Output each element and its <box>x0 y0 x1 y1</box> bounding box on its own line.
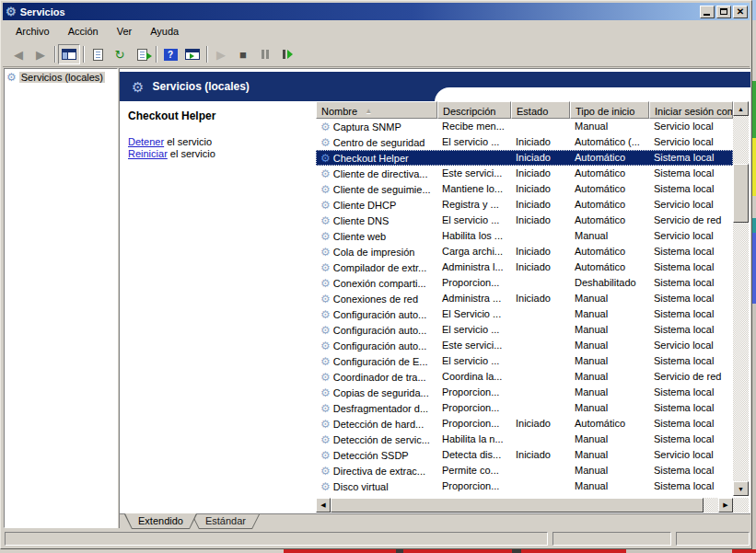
properties-button[interactable] <box>87 44 109 64</box>
service-gear-icon: ⚙ <box>320 481 331 492</box>
horizontal-scroll-thumb[interactable] <box>331 498 704 513</box>
logon_as-cell: Servicio local <box>649 338 733 353</box>
menu-archivo[interactable]: Archivo <box>6 23 59 40</box>
column-header-descripci-n[interactable]: Descripción <box>437 101 511 119</box>
scroll-up-button[interactable]: ▲ <box>733 101 749 116</box>
service-name: Configuración auto... <box>333 325 427 336</box>
table-row[interactable]: ⚙Copias de segurida...Proporcion...Manua… <box>316 385 733 400</box>
minimize-button[interactable] <box>700 6 715 18</box>
table-row[interactable]: ⚙Centro de seguridadEl servicio ...Inici… <box>316 134 733 150</box>
service-name-cell: ⚙Configuración auto... <box>316 338 437 353</box>
service-gear-icon: ⚙ <box>320 215 331 226</box>
description-cell: El servicio ... <box>437 213 511 228</box>
vertical-scroll-thumb[interactable] <box>733 164 749 223</box>
bleed-segment <box>626 549 732 553</box>
startup_type-cell: Automático (... <box>570 134 649 150</box>
refresh-button[interactable]: ↻ <box>109 44 131 64</box>
bleed-segment <box>732 549 756 553</box>
logon_as-cell: Sistema local <box>649 275 733 291</box>
description-cell: Proporcion... <box>437 478 511 494</box>
console-tree-panel: ⚙ Servicios (locales) <box>4 68 118 528</box>
column-header-nombre[interactable]: Nombre▲ <box>316 101 437 119</box>
vertical-scrollbar[interactable]: ▲ ▼ <box>733 101 749 496</box>
service-name-cell: ⚙Disco virtual <box>316 478 437 494</box>
start-service-button[interactable]: ▶ <box>210 44 232 64</box>
table-row[interactable]: ⚙Checkout HelperIniciadoAutomáticoSistem… <box>316 150 733 166</box>
column-header-estado[interactable]: Estado <box>511 101 570 119</box>
column-header-iniciar-sesi-n-como[interactable]: Iniciar sesión como <box>649 101 733 119</box>
table-row[interactable]: ⚙Disco virtualProporcion...ManualSistema… <box>316 478 733 494</box>
service-name-cell: ⚙Detección de hard... <box>316 416 437 432</box>
table-row[interactable]: ⚙Conexión comparti...Proporcion...Deshab… <box>316 275 733 291</box>
tab-extendido[interactable]: Extendido <box>124 514 197 529</box>
status-cell: Iniciado <box>511 291 570 306</box>
service-name: Detección de servic... <box>333 434 430 445</box>
table-row[interactable]: ⚙Captura SNMPRecibe men...ManualServicio… <box>316 119 733 134</box>
status-cell: Iniciado <box>511 244 570 259</box>
table-row[interactable]: ⚙Configuración auto...El servicio ...Man… <box>316 322 733 338</box>
service-name-cell: ⚙Detección de servic... <box>316 432 437 447</box>
help-button[interactable]: ? <box>159 44 181 64</box>
stop-service-button[interactable]: ■ <box>232 44 254 64</box>
titlebar[interactable]: ⚙ Servicios ✕ <box>3 3 750 20</box>
table-row[interactable]: ⚙Configuración auto...Este servici...Man… <box>316 338 733 353</box>
restart-service-button[interactable] <box>276 44 298 64</box>
export-list-button[interactable] <box>131 44 153 64</box>
forward-button[interactable]: ▶ <box>29 44 52 64</box>
scroll-left-button[interactable]: ◀ <box>316 498 331 513</box>
table-row[interactable]: ⚙Compilador de extr...Administra l...Ini… <box>316 259 733 275</box>
link-detener[interactable]: Detener <box>128 136 164 147</box>
menu-ayuda[interactable]: Ayuda <box>141 23 188 40</box>
gear-icon: ⚙ <box>6 72 17 83</box>
extended-view-button[interactable] <box>181 44 204 64</box>
app-gear-icon: ⚙ <box>6 6 17 17</box>
table-row[interactable]: ⚙Cliente de seguimie...Mantiene lo...Ini… <box>316 181 733 197</box>
service-gear-icon: ⚙ <box>320 340 331 351</box>
show-console-tree-icon <box>62 49 76 60</box>
menu-ver[interactable]: Ver <box>108 23 142 40</box>
table-row[interactable]: ⚙Cola de impresiónCarga archi...Iniciado… <box>316 244 733 259</box>
service-name: Cliente de directiva... <box>333 168 428 179</box>
status-cell <box>511 400 570 416</box>
scroll-right-button[interactable]: ▶ <box>718 498 733 513</box>
table-row[interactable]: ⚙Conexiones de redAdministra ...Iniciado… <box>316 291 733 306</box>
show-console-tree-button[interactable] <box>58 44 80 64</box>
maximize-button[interactable] <box>716 6 731 18</box>
status-cell: Iniciado <box>511 416 570 432</box>
logon_as-cell: Servicio local <box>649 134 733 150</box>
table-row[interactable]: ⚙Detección de servic...Habilita la n...M… <box>316 432 733 447</box>
table-row[interactable]: ⚙Cliente DHCPRegistra y ...IniciadoAutom… <box>316 197 733 213</box>
service-name: Cliente DNS <box>333 215 390 226</box>
column-header-label: Estado <box>517 106 548 117</box>
menu-acci-n[interactable]: Acción <box>59 23 108 40</box>
table-row[interactable]: ⚙Cliente de directiva...Este servici...I… <box>316 166 733 181</box>
table-row[interactable]: ⚙Detección SSDPDetecta dis...IniciadoMan… <box>316 447 733 463</box>
logon_as-cell: Sistema local <box>649 385 733 400</box>
tab-est-ndar[interactable]: Estándar <box>192 514 260 529</box>
back-button[interactable]: ◀ <box>7 44 29 64</box>
scroll-down-button[interactable]: ▼ <box>733 481 749 496</box>
service-name: Checkout Helper <box>333 153 409 164</box>
services-list: ⚙Captura SNMPRecibe men...ManualServicio… <box>316 119 733 495</box>
table-row[interactable]: ⚙Configuración auto...El Servicio ...Man… <box>316 306 733 322</box>
logon_as-cell: Sistema local <box>649 181 733 197</box>
table-row[interactable]: ⚙Coordinador de tra...Coordina la...Manu… <box>316 369 733 385</box>
service-name: Configuración de E... <box>333 356 428 367</box>
column-header-tipo-de-inicio[interactable]: Tipo de inicio <box>570 101 649 119</box>
table-row[interactable]: ⚙Cliente DNSEl servicio ...IniciadoAutom… <box>316 213 733 228</box>
status-cell <box>511 463 570 478</box>
table-row[interactable]: ⚙Desfragmentador d...Proporcion...Manual… <box>316 400 733 416</box>
statusbar <box>4 529 750 547</box>
close-button[interactable]: ✕ <box>733 6 748 18</box>
link-reiniciar[interactable]: Reiniciar <box>128 148 168 159</box>
pause-service-button[interactable] <box>254 44 276 64</box>
horizontal-scrollbar[interactable]: ◀ ▶ <box>316 498 733 513</box>
table-row[interactable]: ⚙Directiva de extrac...Permite co...Manu… <box>316 463 733 478</box>
service-name: Copias de segurida... <box>333 387 429 398</box>
startup_type-cell: Manual <box>570 369 649 385</box>
table-row[interactable]: ⚙Cliente webHabilita los ...ManualServic… <box>316 228 733 244</box>
tree-item-servicios-locales[interactable]: ⚙ Servicios (locales) <box>6 71 116 84</box>
status-cell <box>511 119 570 134</box>
table-row[interactable]: ⚙Configuración de E...El servicio ...Man… <box>316 353 733 369</box>
table-row[interactable]: ⚙Detección de hard...Proporcion...Inicia… <box>316 416 733 432</box>
